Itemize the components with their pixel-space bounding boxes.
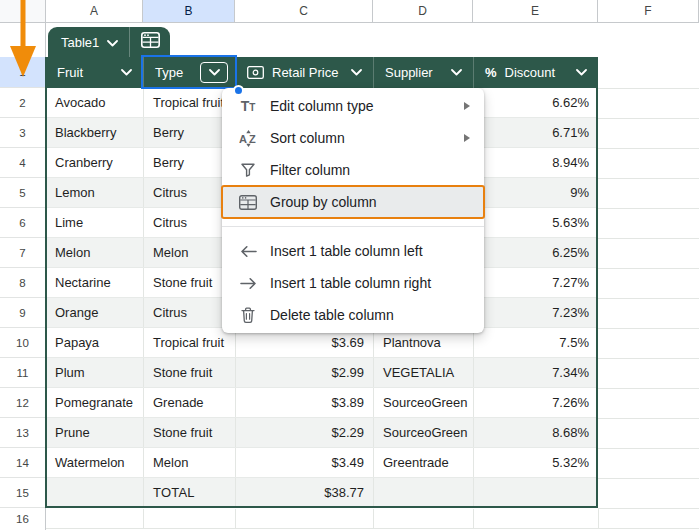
cell-type-10[interactable]: Tropical fruit <box>143 328 235 357</box>
cell-price-11[interactable]: $2.99 <box>235 358 373 387</box>
cell-fruit-14[interactable]: Watermelon <box>46 448 143 477</box>
cell-discount-9[interactable]: 7.23% <box>473 298 598 327</box>
cell-fruit-4[interactable]: Cranberry <box>46 148 143 177</box>
chevron-down-icon[interactable] <box>451 69 462 76</box>
cell-discount-8[interactable]: 7.27% <box>473 268 598 297</box>
cell-fruit-6[interactable]: Lime <box>46 208 143 237</box>
cell-discount-13[interactable]: 8.68% <box>473 418 598 447</box>
column-header-F[interactable]: F <box>598 0 699 23</box>
cell-discount-12[interactable]: 7.26% <box>473 388 598 417</box>
table-view-button[interactable] <box>130 27 170 57</box>
cell-supplier-12[interactable]: SourceoGreen <box>373 388 473 417</box>
cell-discount-14[interactable]: 5.32% <box>473 448 598 477</box>
cell-discount-5[interactable]: 9% <box>473 178 598 207</box>
table-column-header-type[interactable]: Type <box>143 57 235 88</box>
column-header-C[interactable]: C <box>235 0 373 23</box>
table-name-tab[interactable]: Table1 <box>48 27 170 57</box>
column-dropdown-menu: TTEdit column typeAZSort columnFilter co… <box>222 88 484 333</box>
menu-item-group-by-column[interactable]: Group by column <box>222 186 484 218</box>
menu-item-label: Group by column <box>270 194 377 210</box>
row-header-7[interactable]: 7 <box>0 238 46 268</box>
percent-icon: % <box>485 65 497 80</box>
cell-supplier-13[interactable]: SourceoGreen <box>373 418 473 447</box>
column-label: Retail Price <box>272 65 338 80</box>
cell-type-14[interactable]: Melon <box>143 448 235 477</box>
row-header-16[interactable]: 16 <box>0 508 46 530</box>
row-header-14[interactable]: 14 <box>0 448 46 478</box>
chevron-down-icon[interactable] <box>351 69 362 76</box>
row-header-8[interactable]: 8 <box>0 268 46 298</box>
cell-price-15[interactable]: $38.77 <box>235 478 373 507</box>
submenu-arrow-icon <box>464 102 470 110</box>
row-header-15[interactable]: 15 <box>0 478 46 508</box>
cell-discount-3[interactable]: 6.71% <box>473 118 598 147</box>
table-name-button[interactable]: Table1 <box>48 27 129 57</box>
cell-fruit-8[interactable]: Nectarine <box>46 268 143 297</box>
cell-type-15[interactable]: TOTAL <box>143 478 235 507</box>
menu-item-edit-column-type[interactable]: TTEdit column type <box>222 90 484 122</box>
table-column-header-price[interactable]: Retail Price <box>235 57 373 88</box>
menu-item-sort-column[interactable]: AZSort column <box>222 122 484 154</box>
cell-supplier-15[interactable] <box>373 478 473 507</box>
arrow-left-icon <box>238 245 258 258</box>
table-column-header-fruit[interactable]: Fruit <box>46 57 143 88</box>
cell-price-13[interactable]: $2.29 <box>235 418 373 447</box>
cell-fruit-13[interactable]: Prune <box>46 418 143 447</box>
row-header-12[interactable]: 12 <box>0 388 46 418</box>
menu-item-label: Edit column type <box>270 98 374 114</box>
cell-discount-10[interactable]: 7.5% <box>473 328 598 357</box>
table-column-header-supplier[interactable]: Supplier <box>373 57 473 88</box>
cell-price-14[interactable]: $3.49 <box>235 448 373 477</box>
trash-icon <box>238 307 258 323</box>
cell-discount-7[interactable]: 6.25% <box>473 238 598 267</box>
cell-fruit-11[interactable]: Plum <box>46 358 143 387</box>
column-label: Supplier <box>385 65 433 80</box>
row-header-9[interactable]: 9 <box>0 298 46 328</box>
fill-handle[interactable] <box>233 85 244 96</box>
menu-item-insert-1-table-column-right[interactable]: Insert 1 table column right <box>222 267 484 299</box>
menu-item-insert-1-table-column-left[interactable]: Insert 1 table column left <box>222 235 484 267</box>
cell-discount-2[interactable]: 6.62% <box>473 88 598 117</box>
cell-type-12[interactable]: Grenade <box>143 388 235 417</box>
cell-fruit-5[interactable]: Lemon <box>46 178 143 207</box>
cell-supplier-14[interactable]: Greentrade <box>373 448 473 477</box>
type-column-dropdown-button[interactable] <box>200 62 228 83</box>
column-header-E[interactable]: E <box>473 0 598 23</box>
cell-fruit-15[interactable] <box>46 478 143 507</box>
cell-discount-6[interactable]: 5.63% <box>473 208 598 237</box>
cell-fruit-2[interactable]: Avocado <box>46 88 143 117</box>
cell-fruit-3[interactable]: Blackberry <box>46 118 143 147</box>
cell-discount-11[interactable]: 7.34% <box>473 358 598 387</box>
row-header-5[interactable]: 5 <box>0 178 46 208</box>
menu-separator <box>222 226 484 227</box>
cell-discount-15[interactable] <box>473 478 598 507</box>
column-header-D[interactable]: D <box>373 0 473 23</box>
chevron-down-icon[interactable] <box>576 69 587 76</box>
sort-az-icon: AZ <box>238 130 258 147</box>
cell-fruit-10[interactable]: Papaya <box>46 328 143 357</box>
cell-type-13[interactable]: Stone fruit <box>143 418 235 447</box>
row-header-13[interactable]: 13 <box>0 418 46 448</box>
cell-fruit-7[interactable]: Melon <box>46 238 143 267</box>
cell-type-11[interactable]: Stone fruit <box>143 358 235 387</box>
row-header-10[interactable]: 10 <box>0 328 46 358</box>
row-header-2[interactable]: 2 <box>0 88 46 118</box>
cell-discount-4[interactable]: 8.94% <box>473 148 598 177</box>
sheet-corner[interactable] <box>0 0 46 23</box>
row-header-11[interactable]: 11 <box>0 358 46 388</box>
table-grid-icon <box>141 32 160 52</box>
cell-supplier-11[interactable]: VEGETALIA <box>373 358 473 387</box>
menu-item-delete-table-column[interactable]: Delete table column <box>222 299 484 331</box>
menu-item-filter-column[interactable]: Filter column <box>222 154 484 186</box>
column-header-A[interactable]: A <box>46 0 143 23</box>
row-header-3[interactable]: 3 <box>0 118 46 148</box>
column-header-B[interactable]: B <box>143 0 235 23</box>
row-header-1[interactable]: 1 <box>0 57 46 88</box>
table-column-header-discount[interactable]: %Discount <box>473 57 598 88</box>
cell-fruit-9[interactable]: Orange <box>46 298 143 327</box>
cell-price-12[interactable]: $3.89 <box>235 388 373 417</box>
row-header-6[interactable]: 6 <box>0 208 46 238</box>
cell-fruit-12[interactable]: Pomegranate <box>46 388 143 417</box>
chevron-down-icon[interactable] <box>121 69 132 76</box>
row-header-4[interactable]: 4 <box>0 148 46 178</box>
